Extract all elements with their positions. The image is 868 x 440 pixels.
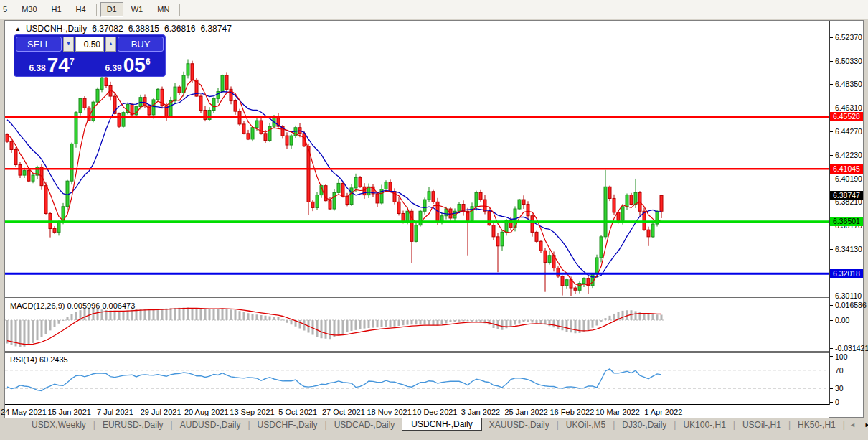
macd-axis-tick (830, 320, 833, 321)
tab-dj30-daily[interactable]: DJ30-,Daily (615, 419, 674, 431)
buy-price-sup: 6 (146, 57, 151, 67)
price-tag-6.32018: 6.32018 (830, 269, 863, 278)
date-axis-tick (115, 405, 115, 407)
date-axis-label: 13 Sep 2021 (230, 408, 274, 416)
price-axis-label: 6.50330 (835, 57, 862, 65)
tab-eurusd-daily[interactable]: EURUSD-,Daily (95, 419, 171, 431)
price-axis-tick (830, 249, 833, 250)
date-axis-label: 16 Feb 2022 (550, 408, 595, 416)
tab-usdcad-daily[interactable]: USDCAD-,Daily (327, 419, 402, 431)
tab-xauusd-daily[interactable]: XAUUSD-,Daily (482, 419, 557, 431)
price-tag-6.45528: 6.45528 (830, 112, 863, 121)
sell-price-small: 6.38 (29, 63, 45, 73)
date-axis-label: 10 Mar 2022 (595, 408, 640, 416)
date-axis-label: 27 Oct 2021 (322, 408, 365, 416)
chart-tabs-bar: USDX,Weekly|EURUSD-,Daily|AUDUSD-,Daily|… (0, 418, 868, 431)
date-axis-label: 15 Jun 2021 (47, 408, 91, 416)
date-axis-tick (664, 405, 664, 407)
tabs-scroll-right-icon[interactable]: ► (860, 421, 868, 429)
tab-usoil-h1[interactable]: USOil-,H1 (735, 419, 788, 431)
timeframe-button-M30[interactable]: M30 (15, 2, 43, 17)
timeframe-button-D1[interactable]: D1 (100, 2, 123, 17)
date-axis-tick (161, 405, 161, 407)
buy-price[interactable]: 6.39 05 6 (92, 52, 164, 76)
date-axis-label: 3 Jan 2022 (461, 408, 500, 416)
macd-axis-label: 0.00 (835, 316, 849, 324)
price-axis-tick (830, 179, 833, 179)
price-axis-tick (830, 61, 833, 62)
price-tag-6.41045: 6.41045 (830, 164, 863, 174)
date-axis-tick (253, 405, 253, 407)
rsi-axis-label: 0 (835, 398, 839, 406)
volume-decrease-button[interactable]: ▼ (63, 37, 74, 52)
timeframe-button-5[interactable]: 5 (0, 2, 14, 17)
tab-usdchf-daily[interactable]: USDCHF-,Daily (250, 419, 325, 431)
price-axis-tick (830, 37, 833, 38)
date-axis-label: 24 May 2021 (1, 408, 47, 416)
panel-splitter[interactable] (5, 351, 829, 353)
timeframe-button-MN[interactable]: MN (151, 2, 176, 17)
sell-button[interactable]: SELL (16, 37, 62, 52)
buy-button[interactable]: BUY (118, 37, 164, 52)
volume-increase-button[interactable]: ▲ (105, 37, 116, 52)
timeframe-button-W1[interactable]: W1 (125, 2, 150, 17)
chart-window: ▲ USDCNH-,Daily 6.37082 6.38815 6.36816 … (4, 20, 864, 418)
macd-axis-label: 0.016586 (835, 301, 867, 309)
date-axis-label: 25 Jan 2022 (504, 408, 548, 416)
rsi-indicator-label: RSI(14) 60.2435 (10, 355, 68, 364)
chart-title-row: ▲ USDCNH-,Daily 6.37082 6.38815 6.36816 … (15, 24, 232, 34)
sell-price[interactable]: 6.38 74 7 (16, 52, 88, 76)
bottom-strip (0, 431, 868, 440)
ohlc-open: 6.37082 (92, 24, 123, 34)
price-axis-label: 6.44270 (835, 127, 862, 136)
date-axis-label: 7 Jul 2021 (97, 408, 133, 416)
tab-hk50-h1[interactable]: HK50-,H1 (791, 419, 843, 431)
timeframe-button-H1[interactable]: H1 (45, 2, 68, 17)
price-axis-tick (830, 296, 833, 296)
macd-axis-label: -0.031421 (835, 344, 868, 352)
volume-input[interactable] (75, 37, 104, 52)
date-axis-tick (207, 405, 207, 407)
tab-ukoil-m5[interactable]: UKOil-,M5 (559, 419, 613, 431)
date-axis-label: 29 Jul 2021 (141, 408, 181, 416)
ohlc-close: 6.38747 (200, 24, 231, 34)
tab-usdx-weekly[interactable]: USDX,Weekly (24, 419, 93, 431)
price-axis-label: 6.42230 (835, 151, 862, 159)
tabs-scroll-left-icon[interactable]: ◄ (845, 421, 860, 429)
ohlc-low: 6.36816 (164, 24, 195, 34)
date-axis-tick (481, 405, 481, 407)
tab-audusd-daily[interactable]: AUDUSD-,Daily (173, 419, 248, 431)
buy-price-big: 05 (123, 55, 146, 75)
price-axis[interactable]: 6.523706.503306.483506.463106.442706.422… (829, 21, 863, 405)
date-axis-label: 20 Aug 2021 (184, 408, 229, 416)
rsi-axis-tick (830, 402, 833, 403)
toolbar-separator (96, 4, 97, 16)
tab-uk100-h1[interactable]: UK100-,H1 (676, 419, 732, 431)
date-axis-label: 1 Apr 2022 (644, 408, 682, 416)
date-axis-tick (572, 405, 572, 407)
ohlc-high: 6.38815 (128, 24, 159, 34)
price-axis-label: 6.48350 (835, 80, 862, 88)
date-axis-tick (527, 405, 527, 407)
rsi-axis-label: 30 (835, 384, 844, 393)
price-axis-label: 6.30110 (835, 291, 862, 300)
date-axis-tick (298, 405, 298, 407)
price-axis-tick (830, 155, 833, 156)
timeframe-button-H4[interactable]: H4 (70, 2, 93, 17)
tab-usdcnh-daily[interactable]: USDCNH-,Daily (402, 417, 481, 431)
price-tag-6.38747: 6.38747 (830, 191, 863, 200)
rsi-axis-tick (830, 356, 833, 357)
macd-indicator-label: MACD(12,26,9) 0.005996 0.006473 (10, 301, 135, 310)
date-axis-tick (344, 405, 344, 407)
panel-splitter[interactable] (5, 297, 829, 299)
price-tag-6.36501: 6.36501 (830, 217, 863, 226)
toolbar-separator (179, 4, 180, 16)
date-axis-tick (390, 405, 390, 407)
date-axis-label: 10 Dec 2021 (412, 408, 457, 416)
date-axis-tick (70, 405, 70, 407)
price-axis-label: 6.46310 (835, 103, 862, 112)
date-axis-tick (618, 405, 618, 407)
collapse-trade-panel-icon[interactable]: ▲ (15, 26, 21, 32)
date-axis[interactable]: 24 May 202115 Jun 20217 Jul 202129 Jul 2… (5, 405, 829, 418)
rsi-axis-label: 70 (835, 366, 844, 375)
